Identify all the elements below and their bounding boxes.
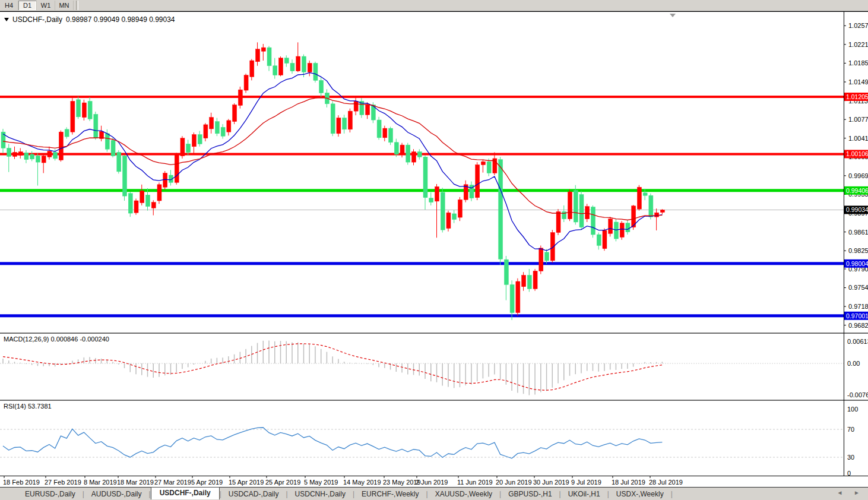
candle-down xyxy=(423,157,427,197)
date-tick-label: 28 Jul 2019 xyxy=(649,479,683,486)
candle-up xyxy=(609,219,613,234)
tab-separator: | xyxy=(671,490,673,498)
tab-scroll-arrows[interactable]: ◄ ► xyxy=(837,489,864,496)
candle-up xyxy=(82,103,86,118)
candle-down xyxy=(186,144,191,152)
date-tick-label: 18 Mar 2019 xyxy=(117,479,154,486)
candle-down xyxy=(30,154,34,159)
tab-usdcnh-daily[interactable]: USDCNH-,Daily xyxy=(288,489,353,499)
price-tick-label: 0.99690 xyxy=(848,172,868,179)
candle-up xyxy=(337,118,341,134)
timeframe-button-h4[interactable]: H4 xyxy=(0,1,18,10)
candle-up xyxy=(348,111,352,129)
candle-up xyxy=(59,132,63,160)
candle-up xyxy=(256,49,260,62)
candle-up xyxy=(446,213,451,228)
tab-eurchf-weekly[interactable]: EURCHF-,Weekly xyxy=(354,489,426,499)
candle-up xyxy=(261,48,265,51)
price-badge-label: 0.99406 xyxy=(846,187,868,194)
symbol-dropdown-icon[interactable] xyxy=(4,18,9,21)
candle-up xyxy=(192,135,196,147)
symbol-label: USDCHF-,Daily xyxy=(12,15,62,24)
autoscroll-marker-icon[interactable] xyxy=(670,14,676,17)
rsi-axis-label: 70 xyxy=(847,426,854,433)
tab-xauusd-weekly[interactable]: XAUUSD-,Weekly xyxy=(428,489,499,499)
date-tick-label: 27 Feb 2019 xyxy=(45,479,81,486)
candle-down xyxy=(267,48,271,66)
candle-down xyxy=(417,152,422,157)
candle-up xyxy=(476,164,480,197)
candle-down xyxy=(313,63,318,80)
candle-down xyxy=(649,195,653,217)
chart-title: USDCHF-,Daily 0.98987 0.99049 0.98949 0.… xyxy=(4,15,175,24)
candle-down xyxy=(441,192,445,230)
ohlc-values: 0.98987 0.99049 0.98949 0.99034 xyxy=(66,15,175,24)
candle-up xyxy=(42,156,46,163)
rsi-axis-label: 0 xyxy=(847,470,851,477)
candle-down xyxy=(499,160,503,260)
candle-down xyxy=(487,162,491,173)
price-badge-label: 0.98004 xyxy=(846,260,868,267)
timeframe-button-w1[interactable]: W1 xyxy=(37,1,55,10)
candle-up xyxy=(47,151,52,157)
candle-down xyxy=(452,214,457,220)
candle-up xyxy=(308,63,312,72)
candle-down xyxy=(614,222,618,239)
timeframe-button-mn[interactable]: MN xyxy=(55,1,74,10)
candle-down xyxy=(198,135,202,144)
price-tick-label: 0.98610 xyxy=(848,229,868,236)
date-tick-label: 15 Apr 2019 xyxy=(229,479,264,486)
chart-window[interactable]: 1.025701.022101.018501.014901.011301.007… xyxy=(0,11,868,487)
candle-up xyxy=(238,90,242,105)
candle-up xyxy=(210,118,214,129)
candle-down xyxy=(643,193,647,195)
tab-eurusd-daily[interactable]: EURUSD-,Daily xyxy=(18,489,83,499)
candle-down xyxy=(36,156,40,163)
candle-down xyxy=(88,101,92,119)
candle-up xyxy=(134,201,138,213)
candle-up xyxy=(71,101,75,132)
candle-down xyxy=(591,207,595,235)
candle-up xyxy=(412,152,416,163)
candle-down xyxy=(221,127,225,136)
candle-up xyxy=(522,275,526,286)
price-tick-label: 1.02570 xyxy=(848,22,868,29)
candle-up xyxy=(12,152,17,156)
macd-indicator-label: MACD(12,26,9) 0.000846 -0.000240 xyxy=(4,336,109,343)
tab-usdx-weekly[interactable]: USDX-,Weekly xyxy=(609,489,671,499)
candle-up xyxy=(556,211,560,232)
candle-up xyxy=(244,75,248,90)
candle-up xyxy=(18,152,23,156)
candle-down xyxy=(7,148,11,156)
tab-gbpusd-h1[interactable]: GBPUSD-,H1 xyxy=(501,489,559,499)
date-tick-label: 9 Jul 2019 xyxy=(571,479,601,486)
candle-down xyxy=(626,223,630,232)
candle-up xyxy=(637,187,641,209)
candle-up xyxy=(175,154,179,182)
candle-up xyxy=(585,207,590,219)
candle-up xyxy=(435,186,439,201)
candle-down xyxy=(53,152,58,159)
candle-down xyxy=(94,114,98,138)
date-tick-label: 2 Jun 2019 xyxy=(416,479,448,486)
tab-ukoil-h1[interactable]: UKOil-,H1 xyxy=(561,489,607,499)
candle-up xyxy=(157,185,161,201)
tab-audusd-daily[interactable]: AUDUSD-,Daily xyxy=(84,489,149,499)
price-badge-label: 0.97001 xyxy=(846,312,868,319)
price-tick-label: 1.02210 xyxy=(848,41,868,48)
tab-usdcad-daily[interactable]: USDCAD-,Daily xyxy=(221,489,286,499)
candle-down xyxy=(406,145,410,162)
price-chart-canvas[interactable]: 1.025701.022101.018501.014901.011301.007… xyxy=(0,12,868,487)
candle-up xyxy=(481,162,485,164)
candle-up xyxy=(400,145,404,154)
date-tick-label: 11 Jun 2019 xyxy=(457,479,493,486)
toolbar-divider xyxy=(76,1,78,10)
candle-down xyxy=(574,190,578,222)
date-tick-label: 18 Jul 2019 xyxy=(612,479,645,486)
candle-up xyxy=(204,125,208,138)
candle-down xyxy=(123,156,127,197)
rsi-axis-label: 30 xyxy=(847,454,854,461)
tab-usdchf-daily[interactable]: USDCHF-,Daily xyxy=(151,487,220,499)
timeframe-button-d1[interactable]: D1 xyxy=(18,1,37,10)
candle-down xyxy=(284,58,289,64)
